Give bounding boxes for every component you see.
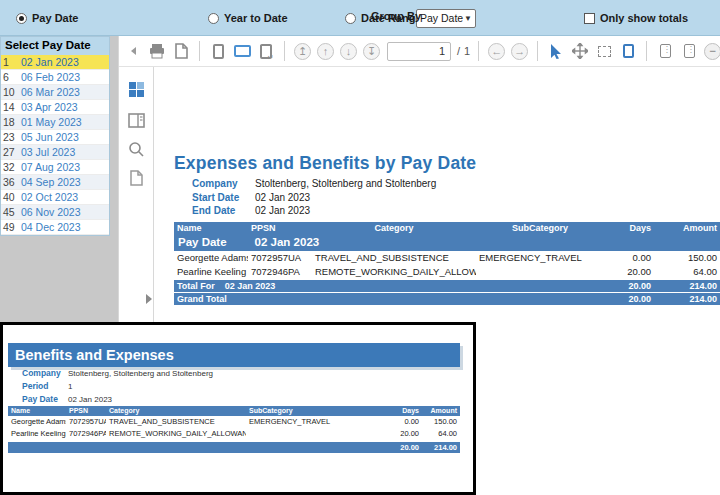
filter-bar: Pay Date Year to Date Date Range Group B… (0, 0, 720, 36)
col-header: Days (390, 406, 422, 416)
page-count-label: 1 (464, 45, 470, 57)
paydate-link[interactable]: 04 Dec 2023 (21, 221, 81, 233)
cell-subcategory (246, 428, 390, 440)
search-icon[interactable] (126, 139, 146, 159)
cell-ppsn: 7072946PA (66, 428, 106, 440)
paydate-row[interactable]: 1 02 Jan 2023 (1, 55, 109, 70)
cell-days: 20.00 (604, 265, 654, 279)
paydate-row[interactable]: 23 05 Jun 2023 (1, 130, 109, 145)
report-fields: Company Stoltenberg, Stoltenberg and Sto… (192, 177, 436, 218)
field-value: Stoltenberg, Stoltenberg and Stoltenberg (255, 177, 436, 191)
cell-amount: 64.00 (422, 428, 460, 440)
text-select-tool-icon[interactable] (618, 40, 638, 62)
last-page-icon[interactable]: ↧ (363, 43, 380, 60)
print-icon[interactable] (147, 40, 167, 62)
fit-page-icon[interactable] (655, 40, 675, 62)
paydate-row[interactable]: 27 03 Jul 2023 (1, 145, 109, 160)
radio-pay-date-label: Pay Date (32, 12, 78, 24)
total-row: Total For02 Jan 2023 20.00 214.00 (174, 280, 720, 292)
cell-category: REMOTE_WORKING_DAILY_ALLOWANCE (106, 428, 246, 440)
cell-amount: 150.00 (422, 416, 460, 428)
snapshot-tool-icon[interactable] (594, 40, 614, 62)
paydate-link[interactable]: 05 Jun 2023 (21, 131, 79, 143)
paydate-link[interactable]: 01 May 2023 (21, 116, 82, 128)
cell-name: Pearline Keeling (8, 428, 66, 440)
col-header: SubCategory (246, 406, 390, 416)
page-number-input[interactable] (387, 42, 451, 61)
back-icon[interactable]: ← (488, 43, 505, 60)
paydate-link[interactable]: 03 Apr 2023 (21, 101, 78, 113)
cell-days: 0.00 (604, 251, 654, 265)
export-report-icon[interactable] (171, 40, 191, 62)
next-page-icon[interactable]: ↓ (340, 43, 357, 60)
page-panel-icon[interactable] (126, 110, 146, 130)
grand-total-days: 20.00 (604, 293, 654, 305)
thumbnails-icon[interactable] (126, 79, 146, 99)
paydate-row[interactable]: 40 02 Oct 2023 (1, 190, 109, 205)
paydate-link[interactable]: 06 Feb 2023 (21, 71, 80, 83)
paydate-row[interactable]: 10 06 Mar 2023 (1, 85, 109, 100)
week-number: 10 (1, 86, 21, 98)
week-number: 6 (1, 71, 21, 83)
previous-page-icon[interactable]: ↑ (317, 43, 334, 60)
collapse-left-icon[interactable] (123, 40, 143, 62)
radio-pay-date[interactable]: Pay Date (16, 0, 78, 36)
report-table-header: Name PPSN Category SubCategory Days Amou… (174, 222, 720, 235)
paydate-row[interactable]: 36 04 Sep 2023 (1, 175, 109, 190)
col-header: Category (312, 222, 476, 235)
paydate-link[interactable]: 02 Oct 2023 (21, 191, 78, 203)
cell-subcategory: EMERGENCY_TRAVEL (246, 416, 390, 428)
field-label: Company (22, 367, 68, 380)
preview-table: Name PPSN Category SubCategory Days Amou… (8, 406, 460, 453)
field-value: 1 (68, 380, 72, 393)
radio-date-range-icon[interactable] (345, 13, 356, 24)
paydate-row[interactable]: 45 06 Nov 2023 (1, 205, 109, 220)
paydate-row[interactable]: 14 03 Apr 2023 (1, 100, 109, 115)
paydate-link[interactable]: 04 Sep 2023 (21, 176, 81, 188)
field-label: Company (192, 177, 255, 191)
grand-total-amount: 214.00 (654, 293, 720, 305)
radio-pay-date-icon[interactable] (16, 13, 27, 24)
group-by-select[interactable]: Pay Date ▼ (416, 9, 476, 28)
col-header: Name (174, 222, 248, 235)
paydate-link[interactable]: 06 Nov 2023 (21, 206, 81, 218)
single-page-view-icon[interactable] (208, 40, 228, 62)
field-value: 02 Jan 2023 (255, 191, 310, 205)
table-row: Pearline Keeling 7072946PA REMOTE_WORKIN… (8, 428, 460, 440)
week-number: 14 (1, 101, 21, 113)
paydate-row[interactable]: 6 06 Feb 2023 (1, 70, 109, 85)
total-label: Total For (177, 281, 215, 291)
paydate-row[interactable]: 32 07 Aug 2023 (1, 160, 109, 175)
export-page-icon[interactable] (126, 168, 146, 188)
only-show-totals-label: Only show totals (600, 12, 688, 24)
cell-name: Georgette Adams (8, 416, 66, 428)
panel-splitter-handle[interactable] (146, 294, 152, 304)
paydate-row[interactable]: 18 01 May 2023 (1, 115, 109, 130)
cell-category: TRAVEL_AND_SUBSISTENCE (106, 416, 246, 428)
pan-tool-icon[interactable] (570, 40, 590, 62)
paydate-link[interactable]: 03 Jul 2023 (21, 146, 75, 158)
report-table: Name PPSN Category SubCategory Days Amou… (174, 222, 720, 305)
forward-icon[interactable]: → (511, 43, 528, 60)
week-number: 36 (1, 176, 21, 188)
field-value: 02 Jan 2023 (68, 393, 112, 406)
fit-width-icon[interactable] (679, 40, 699, 62)
radio-year-to-date-icon[interactable] (208, 13, 219, 24)
paydate-link[interactable]: 07 Aug 2023 (21, 161, 80, 173)
page-break-view-icon[interactable] (256, 40, 276, 62)
col-header: PPSN (248, 222, 312, 235)
paydate-link[interactable]: 06 Mar 2023 (21, 86, 80, 98)
total-days: 20.00 (604, 280, 654, 292)
col-header: Name (8, 406, 66, 416)
only-show-totals-checkbox[interactable] (584, 13, 595, 24)
select-tool-icon[interactable] (546, 40, 566, 62)
paydate-link[interactable]: 02 Jan 2023 (21, 56, 79, 68)
continuous-view-icon[interactable] (232, 40, 252, 62)
first-page-icon[interactable]: ↥ (294, 43, 311, 60)
radio-year-to-date[interactable]: Year to Date (208, 0, 288, 36)
only-show-totals[interactable]: Only show totals (584, 0, 688, 36)
col-header: Category (106, 406, 246, 416)
left-panel-background: Select Pay Date 1 02 Jan 2023 6 06 Feb 2… (0, 36, 118, 322)
zoom-out-icon[interactable]: − (704, 43, 720, 60)
paydate-row[interactable]: 49 04 Dec 2023 (1, 220, 109, 235)
